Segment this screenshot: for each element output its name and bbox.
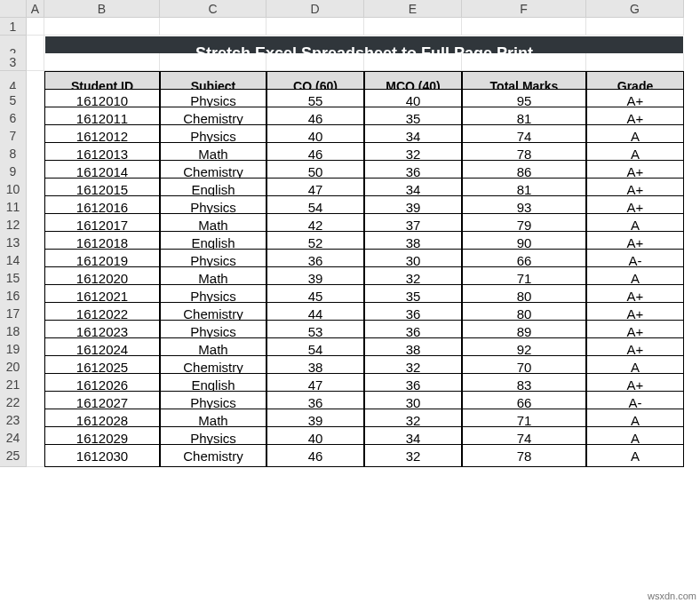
select-all-corner[interactable] xyxy=(0,0,27,18)
table-cell[interactable]: 1612030 xyxy=(44,444,160,467)
empty-cell[interactable] xyxy=(44,53,160,71)
empty-cell[interactable] xyxy=(27,18,44,36)
table-cell[interactable]: Chemistry xyxy=(160,444,266,467)
empty-cell[interactable] xyxy=(586,53,684,71)
empty-cell[interactable] xyxy=(586,18,684,36)
empty-cell[interactable] xyxy=(364,18,462,36)
empty-cell[interactable] xyxy=(266,18,364,36)
column-header-F[interactable]: F xyxy=(462,0,586,18)
empty-cell[interactable] xyxy=(44,18,160,36)
column-header-G[interactable]: G xyxy=(586,0,684,18)
empty-cell[interactable] xyxy=(462,53,586,71)
empty-cell[interactable] xyxy=(364,53,462,71)
column-header-A[interactable]: A xyxy=(27,0,44,18)
column-header-E[interactable]: E xyxy=(364,0,462,18)
row-header-1[interactable]: 1 xyxy=(0,18,27,36)
empty-cell[interactable] xyxy=(27,444,44,467)
table-cell[interactable]: 32 xyxy=(364,444,462,467)
row-header-25[interactable]: 25 xyxy=(0,444,27,467)
row-header-3[interactable]: 3 xyxy=(0,53,27,71)
column-header-D[interactable]: D xyxy=(266,0,364,18)
column-header-B[interactable]: B xyxy=(44,0,160,18)
spreadsheet-grid[interactable]: ABCDEFG12Stretch Excel Spreadsheet to Fu… xyxy=(0,0,700,462)
empty-cell[interactable] xyxy=(27,53,44,71)
table-cell[interactable]: 46 xyxy=(266,444,364,467)
table-cell[interactable]: A xyxy=(586,444,684,467)
column-header-C[interactable]: C xyxy=(160,0,266,18)
empty-cell[interactable] xyxy=(160,18,266,36)
watermark-text: wsxdn.com xyxy=(648,591,696,601)
empty-cell[interactable] xyxy=(160,53,266,71)
empty-cell[interactable] xyxy=(462,18,586,36)
table-cell[interactable]: 78 xyxy=(462,444,586,467)
empty-cell[interactable] xyxy=(266,53,364,71)
